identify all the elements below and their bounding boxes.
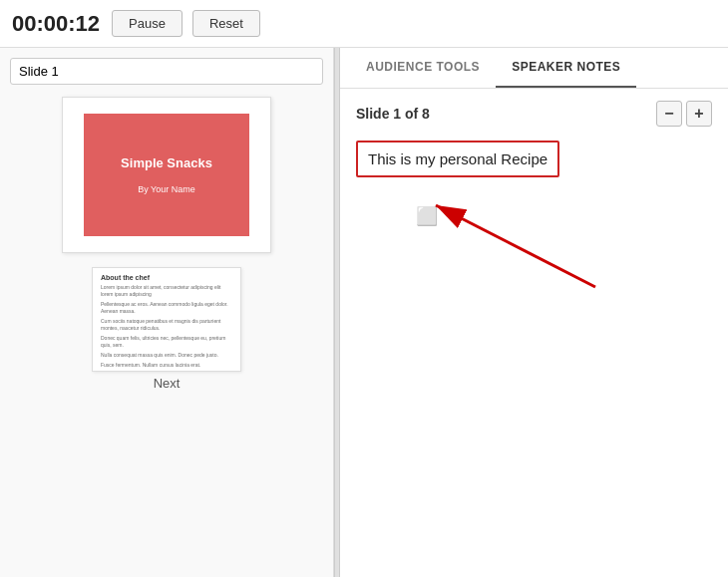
slide-title: Simple Snacks bbox=[121, 155, 212, 170]
main-layout: Slide 1 Slide 2 Slide 3 Slide 4 Slide 5 … bbox=[0, 48, 728, 577]
svg-line-1 bbox=[436, 205, 595, 287]
slide-thumbnail-area: Simple Snacks By Your Name About the che… bbox=[10, 97, 323, 567]
timer-display: 00:00:12 bbox=[12, 11, 102, 37]
tab-speaker-notes[interactable]: SPEAKER NOTES bbox=[496, 48, 636, 88]
pause-button[interactable]: Pause bbox=[112, 10, 182, 37]
arrow-annotation-area: ⬜ bbox=[356, 187, 712, 307]
next-line-3: Cum sociis natoque penatibus et magnis d… bbox=[101, 318, 232, 332]
next-slide-heading: About the chef bbox=[101, 274, 232, 281]
zoom-out-button[interactable]: − bbox=[656, 101, 682, 127]
zoom-in-button[interactable]: + bbox=[686, 101, 712, 127]
slide-select[interactable]: Slide 1 Slide 2 Slide 3 Slide 4 Slide 5 … bbox=[10, 58, 323, 85]
next-line-5: Nulla consequat massa quis enim. Donec p… bbox=[101, 352, 232, 359]
toolbar: 00:00:12 Pause Reset bbox=[0, 0, 728, 48]
next-slide-text: Lorem ipsum dolor sit amet, consectetur … bbox=[101, 284, 232, 369]
next-line-6: Fusce fermentum. Nullam cursus lacinia e… bbox=[101, 362, 232, 369]
next-line-2: Pellentesque ac eros. Aenean commodo lig… bbox=[101, 301, 232, 315]
slide-subtitle: By Your Name bbox=[138, 184, 195, 194]
tabs-bar: AUDIENCE TOOLS SPEAKER NOTES bbox=[340, 48, 728, 89]
left-panel: Slide 1 Slide 2 Slide 3 Slide 4 Slide 5 … bbox=[0, 48, 334, 577]
speaker-note-text: This is my personal Recipe bbox=[368, 150, 547, 167]
next-slide-thumbnail: About the chef Lorem ipsum dolor sit ame… bbox=[92, 267, 241, 372]
next-label: Next bbox=[154, 376, 181, 391]
slide-info-row: Slide 1 of 8 − + bbox=[356, 101, 712, 127]
right-content: Slide 1 of 8 − + This is my personal Rec… bbox=[340, 89, 728, 577]
speaker-note-box: This is my personal Recipe bbox=[356, 141, 559, 177]
next-line-1: Lorem ipsum dolor sit amet, consectetur … bbox=[101, 284, 232, 298]
right-panel: AUDIENCE TOOLS SPEAKER NOTES Slide 1 of … bbox=[340, 48, 728, 577]
next-line-4: Donec quam felis, ultricies nec, pellent… bbox=[101, 335, 232, 349]
zoom-controls: − + bbox=[656, 101, 712, 127]
reset-button[interactable]: Reset bbox=[192, 10, 260, 37]
slide-info-label: Slide 1 of 8 bbox=[356, 106, 430, 122]
current-slide-thumbnail: Simple Snacks By Your Name bbox=[62, 97, 271, 253]
slide-selector-wrapper: Slide 1 Slide 2 Slide 3 Slide 4 Slide 5 … bbox=[10, 58, 323, 85]
slide-inner-card: Simple Snacks By Your Name bbox=[82, 112, 251, 238]
tab-audience-tools[interactable]: AUDIENCE TOOLS bbox=[350, 48, 496, 88]
red-arrow-svg bbox=[356, 187, 635, 307]
